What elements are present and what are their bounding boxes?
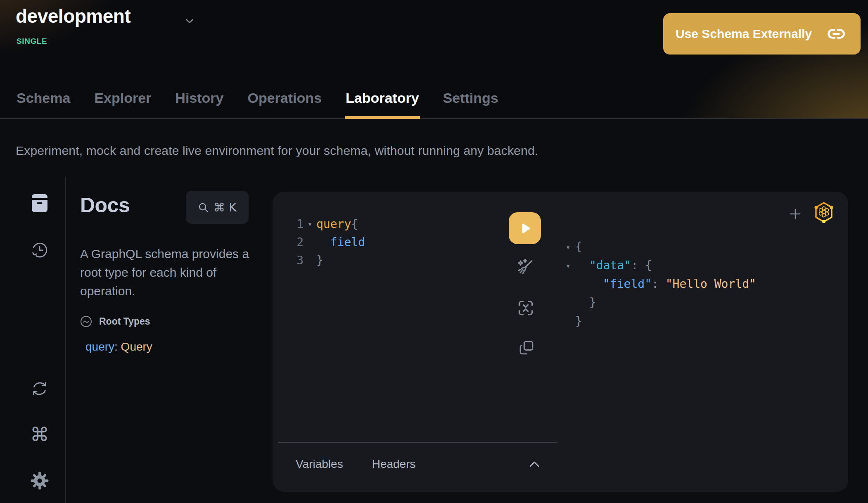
tab-headers[interactable]: Headers bbox=[372, 458, 416, 471]
laboratory-page: development SINGLE Use Schema Externally… bbox=[0, 0, 868, 503]
line-number: 1 bbox=[273, 217, 304, 231]
copy-query-button[interactable] bbox=[516, 337, 537, 358]
docs-book-icon bbox=[32, 194, 47, 212]
use-schema-label: Use Schema Externally bbox=[676, 27, 812, 41]
search-icon bbox=[198, 202, 209, 213]
root-query-link[interactable]: query: Query bbox=[85, 340, 152, 354]
merge-icon bbox=[517, 299, 535, 317]
docs-search-button[interactable]: ⌘ K bbox=[186, 191, 249, 224]
code-token: } bbox=[575, 314, 582, 328]
prettify-query-button[interactable] bbox=[514, 257, 536, 278]
query-editor[interactable]: 1 ▾ query{ 2 field 3 } bbox=[273, 215, 365, 269]
merge-fragments-button[interactable] bbox=[515, 297, 536, 319]
tab-variables[interactable]: Variables bbox=[296, 458, 343, 471]
play-icon bbox=[518, 222, 531, 235]
fold-toggle-icon[interactable]: ▾ bbox=[566, 261, 575, 270]
graphql-hive-logo[interactable] bbox=[814, 202, 834, 223]
root-types-label: Root Types bbox=[99, 316, 150, 327]
code-token: "field" bbox=[575, 277, 652, 291]
sidebar-item-history[interactable] bbox=[28, 238, 51, 261]
tab-explorer[interactable]: Explorer bbox=[93, 78, 152, 118]
tab-laboratory[interactable]: Laboratory bbox=[345, 78, 420, 118]
copy-icon bbox=[518, 339, 535, 356]
collapse-footer-button[interactable] bbox=[525, 456, 543, 472]
code-token: } bbox=[316, 254, 323, 267]
code-token: : bbox=[631, 259, 645, 272]
code-token: query bbox=[316, 217, 351, 231]
response-line: ▾ "data": { bbox=[566, 256, 756, 275]
code-token: "data" bbox=[575, 259, 631, 272]
response-line: } bbox=[566, 293, 756, 312]
root-types-icon bbox=[80, 316, 92, 327]
root-query-separator: : bbox=[114, 340, 121, 353]
code-token: { bbox=[575, 240, 582, 254]
line-number: 2 bbox=[273, 235, 304, 249]
main-nav: Schema Explorer History Operations Labor… bbox=[16, 78, 499, 118]
use-schema-externally-button[interactable]: Use Schema Externally bbox=[663, 13, 861, 55]
editor-footer-divider bbox=[278, 442, 557, 443]
page-header: development SINGLE Use Schema Externally… bbox=[0, 0, 868, 119]
code-token: field bbox=[316, 235, 365, 249]
code-token: { bbox=[351, 217, 358, 231]
root-types-section: Root Types bbox=[80, 316, 150, 327]
history-icon bbox=[31, 241, 49, 259]
gear-icon bbox=[30, 471, 49, 490]
fold-toggle-icon[interactable]: ▾ bbox=[304, 219, 316, 228]
chevron-up-icon bbox=[528, 460, 541, 468]
target-title[interactable]: development bbox=[16, 5, 130, 27]
search-shortcut: ⌘ K bbox=[213, 201, 236, 214]
editor-line: 1 ▾ query{ bbox=[273, 215, 365, 233]
tab-settings[interactable]: Settings bbox=[442, 78, 499, 118]
code-token: : bbox=[652, 277, 666, 291]
sidebar-item-refresh-schema[interactable] bbox=[28, 377, 51, 400]
tab-schema[interactable]: Schema bbox=[16, 78, 71, 118]
tab-history[interactable]: History bbox=[174, 78, 224, 118]
link-icon bbox=[827, 28, 846, 40]
code-token: } bbox=[575, 296, 596, 309]
fold-toggle-icon[interactable]: ▾ bbox=[566, 242, 575, 252]
execute-query-button[interactable] bbox=[509, 212, 541, 244]
sidebar-item-settings[interactable] bbox=[28, 469, 51, 492]
editor-line: 2 field bbox=[273, 233, 365, 251]
response-line: "field": "Hello World" bbox=[566, 275, 756, 293]
response-line: ▾ { bbox=[566, 237, 756, 256]
graphiql-panel: 1 ▾ query{ 2 field 3 } bbox=[273, 192, 848, 492]
response-viewer: ▾ { ▾ "data": { "field": "Hello World" }… bbox=[566, 237, 756, 330]
tab-operations[interactable]: Operations bbox=[247, 78, 323, 118]
chevron-down-icon[interactable] bbox=[183, 15, 196, 27]
command-icon: ⌘ bbox=[30, 425, 49, 444]
plus-icon bbox=[788, 206, 803, 221]
editor-line: 3 } bbox=[273, 251, 365, 269]
line-number: 3 bbox=[273, 254, 304, 267]
docs-description: A GraphQL schema provides a root type fo… bbox=[80, 244, 262, 300]
environment-badge: SINGLE bbox=[17, 37, 47, 46]
root-query-type[interactable]: Query bbox=[121, 340, 152, 353]
add-tab-button[interactable] bbox=[785, 203, 806, 225]
magic-broom-icon bbox=[515, 258, 535, 278]
code-token: { bbox=[645, 259, 652, 272]
page-description: Experiment, mock and create live environ… bbox=[16, 144, 538, 158]
refresh-icon bbox=[31, 380, 49, 398]
sidebar-item-shortcuts[interactable]: ⌘ bbox=[28, 423, 51, 446]
sidebar-item-docs[interactable] bbox=[28, 192, 51, 215]
sidebar-divider bbox=[65, 177, 66, 503]
root-query-field: query bbox=[85, 340, 114, 353]
response-line: } bbox=[566, 312, 756, 330]
docs-panel-title: Docs bbox=[80, 193, 130, 217]
editor-footer-tabs: Variables Headers bbox=[296, 456, 416, 472]
code-token: "Hello World" bbox=[666, 277, 756, 291]
